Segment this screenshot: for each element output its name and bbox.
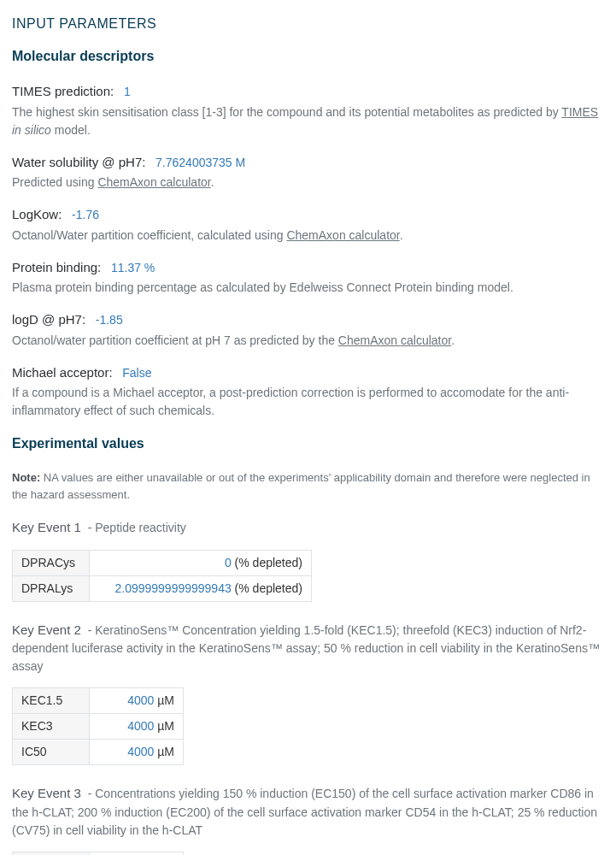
param-logd-label: logD @ pH7:: [12, 312, 85, 327]
param-times: TIMES prediction: 1 The highest skin sen…: [12, 82, 604, 139]
param-water: Water solubility @ pH7: 7.7624003735 M P…: [12, 153, 604, 192]
param-times-label: TIMES prediction:: [12, 84, 114, 98]
ke2-subtitle: KeratinoSens™ Concentration yielding 1.5…: [12, 623, 600, 674]
key-event-3-heading: Key Event 3 - Concentrations yielding 15…: [12, 784, 604, 840]
param-water-desc: Predicted using ChemAxon calculator.: [12, 174, 604, 192]
param-protein: Protein binding: 11.37 % Plasma protein …: [12, 258, 604, 298]
cell-name: DPRALys: [13, 575, 90, 601]
param-water-label: Water solubility @ pH7:: [12, 155, 145, 169]
cell-name: DPRACys: [13, 550, 90, 575]
cell-value: 10000 µM: [90, 852, 184, 855]
table-row: EC150 10000 µM: [13, 852, 184, 855]
param-protein-label: Protein binding:: [12, 260, 101, 274]
ke1-subtitle: Peptide reactivity: [95, 521, 186, 534]
cell-value: 4000 µM: [90, 740, 184, 765]
chemaxon-link[interactable]: ChemAxon calculator: [97, 175, 210, 189]
param-michael-desc: If a compound is a Michael acceptor, a p…: [12, 384, 604, 420]
param-logd-value: -1.85: [96, 313, 123, 327]
param-michael-value: False: [122, 366, 151, 380]
key-event-1-heading: Key Event 1 - Peptide reactivity: [12, 518, 604, 538]
section-experimental-values: Experimental values: [12, 433, 604, 454]
cell-name: EC150: [13, 852, 90, 855]
cell-value: 2.0999999999999943 (% depleted): [90, 575, 312, 601]
ke2-table: KEC1.5 4000 µM KEC3 4000 µM IC50 4000 µM: [12, 687, 184, 765]
param-protein-value: 11.37 %: [111, 261, 155, 274]
param-michael: Michael acceptor: False If a compound is…: [12, 363, 604, 421]
table-row: DPRALys 2.0999999999999943 (% depleted): [13, 575, 312, 601]
table-row: DPRACys 0 (% depleted): [13, 550, 312, 575]
table-row: KEC3 4000 µM: [13, 714, 184, 740]
param-protein-desc: Plasma protein binding percentage as cal…: [12, 279, 604, 297]
table-row: KEC1.5 4000 µM: [13, 688, 184, 714]
cell-value: 0 (% depleted): [90, 550, 312, 575]
param-logd-desc: Octanol/water partition coefficient at p…: [12, 332, 604, 350]
ke3-table: EC150 10000 µM EC200 10000 µM CV75 54292…: [12, 852, 184, 856]
cell-value: 4000 µM: [90, 714, 184, 740]
key-event-2-heading: Key Event 2 - KeratinoSens™ Concentratio…: [12, 621, 604, 676]
ke2-title: Key Event 2: [12, 622, 81, 637]
cell-name: KEC3: [13, 714, 90, 740]
note-bold: Note:: [12, 471, 40, 484]
param-logkow: LogKow: -1.76 Octanol/Water partition co…: [12, 205, 604, 245]
param-times-value: 1: [124, 85, 131, 98]
ke1-table: DPRACys 0 (% depleted) DPRALys 2.0999999…: [12, 550, 312, 602]
times-link[interactable]: TIMES: [561, 105, 598, 119]
ke3-title: Key Event 3: [12, 786, 81, 800]
chemaxon-link[interactable]: ChemAxon calculator: [338, 333, 451, 347]
ke3-subtitle: Concentrations yielding 150 % induction …: [12, 787, 597, 837]
section-molecular-descriptors: Molecular descriptors: [12, 46, 604, 67]
param-logd: logD @ pH7: -1.85 Octanol/water partitio…: [12, 310, 604, 350]
note: Note: NA values are either unavailable o…: [12, 469, 604, 503]
chemaxon-link[interactable]: ChemAxon calculator: [286, 228, 399, 242]
cell-name: KEC1.5: [13, 688, 90, 714]
section-input-parameters: INPUT PARAMETERS: [12, 14, 604, 34]
cell-value: 4000 µM: [90, 688, 184, 714]
param-logkow-value: -1.76: [72, 208, 99, 221]
param-logkow-desc: Octanol/Water partition coefficient, cal…: [12, 227, 604, 245]
param-logkow-label: LogKow:: [12, 207, 62, 221]
ke1-title: Key Event 1: [12, 520, 81, 534]
param-michael-label: Michael acceptor:: [12, 365, 113, 380]
param-times-desc: The highest skin sensitisation class [1-…: [12, 103, 604, 139]
cell-name: IC50: [13, 740, 90, 765]
table-row: IC50 4000 µM: [13, 740, 184, 765]
param-water-value: 7.7624003735 M: [155, 156, 245, 169]
